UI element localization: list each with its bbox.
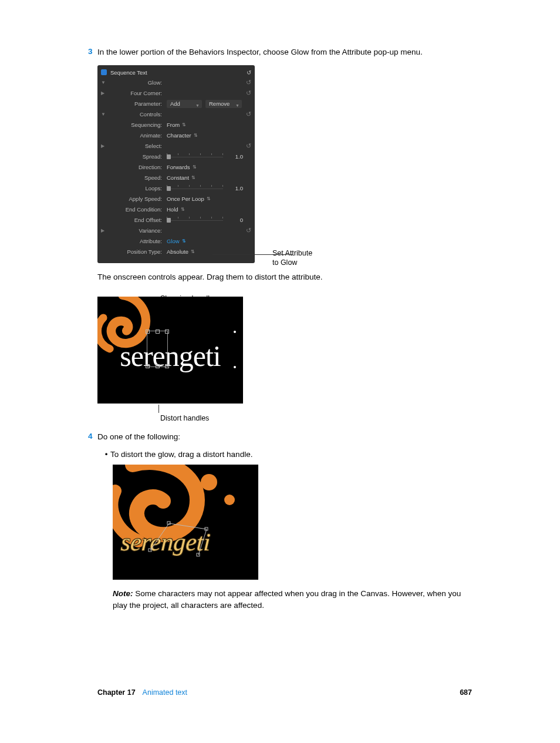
figure-shearing-distort: Shearing handles serengeti Distort handl… bbox=[97, 297, 250, 404]
row-controls: ▼ Controls: ↺ bbox=[101, 109, 251, 120]
label-applyspeed: Apply Speed: bbox=[108, 196, 166, 202]
reset-icon[interactable]: ↺ bbox=[243, 110, 251, 118]
positiontype-popup[interactable]: Absolute⇅ bbox=[167, 248, 195, 255]
selection-handles[interactable] bbox=[147, 331, 168, 367]
chevron-down-icon[interactable]: ▼ bbox=[101, 80, 108, 85]
row-endoffset: End Offset: 0 bbox=[101, 215, 251, 226]
updown-icon: ⇅ bbox=[181, 207, 185, 212]
updown-icon: ⇅ bbox=[191, 249, 195, 254]
svg-rect-5 bbox=[197, 553, 200, 556]
loops-slider[interactable]: 1.0 bbox=[167, 185, 251, 191]
svg-point-1 bbox=[224, 495, 235, 505]
parameter-remove-button[interactable]: Remove ▼ bbox=[205, 100, 242, 108]
bullet-list: • To distort the glow, drag a distort ha… bbox=[102, 450, 472, 611]
row-direction: Direction: Forwards⇅ bbox=[101, 162, 251, 173]
drag-handle[interactable] bbox=[156, 364, 160, 368]
row-speed: Speed: Constant⇅ bbox=[101, 173, 251, 183]
label-glow: Glow: bbox=[108, 79, 166, 86]
drag-handle[interactable] bbox=[146, 330, 150, 334]
step-4-text: Do one of the following: bbox=[97, 432, 472, 443]
add-label: Add bbox=[170, 100, 180, 107]
animate-popup[interactable]: Character⇅ bbox=[167, 132, 198, 139]
row-applyspeed: Apply Speed: Once Per Loop⇅ bbox=[101, 194, 251, 204]
chevron-down-icon: ▼ bbox=[195, 102, 200, 110]
onscreen-paragraph: The onscreen controls appear. Drag them … bbox=[97, 271, 472, 283]
speed-popup[interactable]: Constant⇅ bbox=[167, 174, 195, 181]
dot-icon bbox=[234, 331, 236, 333]
note-label: Note: bbox=[113, 589, 133, 598]
chevron-down-icon: ▼ bbox=[235, 102, 239, 110]
note-text: Some characters may not appear affected … bbox=[113, 589, 461, 610]
reset-icon[interactable]: ↺ bbox=[243, 89, 251, 97]
enable-checkbox[interactable] bbox=[101, 69, 107, 75]
updown-icon: ⇅ bbox=[182, 122, 186, 127]
updown-icon: ⇅ bbox=[182, 238, 186, 244]
behaviors-inspector: Sequence Text ↺ ▼ Glow: ↺ ▶ Four Corner:… bbox=[97, 65, 255, 263]
chevron-right-icon[interactable]: ▶ bbox=[101, 90, 108, 96]
label-parameter: Parameter: bbox=[108, 100, 166, 107]
chevron-right-icon[interactable]: ▶ bbox=[101, 143, 108, 149]
remove-label: Remove bbox=[209, 100, 230, 107]
endcondition-popup[interactable]: Hold⇅ bbox=[167, 206, 185, 213]
step-4: 4 Do one of the following: bbox=[88, 432, 472, 443]
row-glow: ▼ Glow: ↺ bbox=[101, 78, 251, 88]
label-attribute: Attribute: bbox=[108, 238, 166, 244]
row-sequencing: Sequencing: From⇅ bbox=[101, 120, 251, 130]
spread-slider[interactable]: 1.0 bbox=[167, 153, 251, 160]
applyspeed-popup[interactable]: Once Per Loop⇅ bbox=[167, 196, 211, 202]
panel-header: Sequence Text ↺ bbox=[101, 68, 251, 78]
attribute-popup[interactable]: Glow⇅ bbox=[167, 238, 186, 244]
label-endcondition: End Condition: bbox=[108, 206, 166, 213]
direction-popup[interactable]: Forwards⇅ bbox=[167, 164, 197, 170]
label-variance: Variance: bbox=[108, 227, 166, 234]
distort-outline[interactable] bbox=[148, 521, 236, 562]
drag-handle[interactable] bbox=[165, 330, 169, 334]
step-3: 3 In the lower portion of the Behaviors … bbox=[88, 47, 472, 58]
drag-handle[interactable] bbox=[165, 364, 169, 368]
updown-icon: ⇅ bbox=[207, 196, 211, 201]
label-speed: Speed: bbox=[108, 174, 166, 181]
chevron-down-icon[interactable]: ▼ bbox=[101, 112, 108, 117]
updown-icon: ⇅ bbox=[194, 133, 198, 138]
row-endcondition: End Condition: Hold⇅ bbox=[101, 204, 251, 215]
row-select: ▶ Select: ↺ bbox=[101, 141, 251, 152]
label-loops: Loops: bbox=[108, 185, 166, 191]
drag-handle[interactable] bbox=[146, 364, 150, 368]
callout-line bbox=[212, 254, 292, 255]
row-parameter: Parameter: Add ▼ Remove ▼ bbox=[101, 99, 251, 109]
step-4-number: 4 bbox=[88, 432, 97, 441]
bullet-distort: To distort the glow, drag a distort hand… bbox=[110, 450, 472, 459]
svg-point-0 bbox=[201, 474, 217, 490]
row-attribute: Attribute: Glow⇅ bbox=[101, 236, 251, 247]
row-variance: ▶ Variance: ↺ bbox=[101, 226, 251, 236]
step-3-number: 3 bbox=[88, 47, 97, 56]
reset-icon[interactable]: ↺ bbox=[247, 69, 251, 76]
chevron-right-icon[interactable]: ▶ bbox=[101, 228, 108, 233]
footer-page-number: 687 bbox=[460, 688, 472, 697]
canvas-preview-2: serengeti bbox=[113, 465, 258, 580]
reset-icon[interactable]: ↺ bbox=[243, 142, 251, 150]
canvas-preview-1: serengeti bbox=[97, 297, 243, 404]
sequencing-popup[interactable]: From⇅ bbox=[167, 122, 186, 128]
reset-icon[interactable]: ↺ bbox=[243, 227, 251, 234]
footer-chapter: Chapter 17 bbox=[97, 688, 136, 697]
step-3-text: In the lower portion of the Behaviors In… bbox=[97, 47, 472, 58]
list-item: • To distort the glow, drag a distort ha… bbox=[102, 450, 472, 459]
drag-handle[interactable] bbox=[156, 330, 160, 334]
reset-icon[interactable]: ↺ bbox=[243, 79, 251, 86]
row-loops: Loops: 1.0 bbox=[101, 183, 251, 194]
endoffset-slider[interactable]: 0 bbox=[167, 217, 251, 223]
page-footer: Chapter 17 Animated text 687 bbox=[97, 688, 472, 697]
inspector-panel-figure: Sequence Text ↺ ▼ Glow: ↺ ▶ Four Corner:… bbox=[97, 65, 472, 263]
label-select: Select: bbox=[108, 143, 166, 149]
label-direction: Direction: bbox=[108, 164, 166, 170]
parameter-add-button[interactable]: Add ▼ bbox=[167, 100, 202, 108]
label-endoffset: End Offset: bbox=[108, 217, 166, 223]
callout-text: Set Attributeto Glow bbox=[272, 249, 312, 267]
callout-tick bbox=[158, 405, 159, 413]
updown-icon: ⇅ bbox=[191, 175, 195, 180]
label-positiontype: Position Type: bbox=[108, 248, 166, 255]
label-sequencing: Sequencing: bbox=[108, 122, 166, 128]
spread-value: 1.0 bbox=[225, 153, 245, 160]
row-positiontype: Position Type: Absolute⇅ bbox=[101, 247, 251, 257]
